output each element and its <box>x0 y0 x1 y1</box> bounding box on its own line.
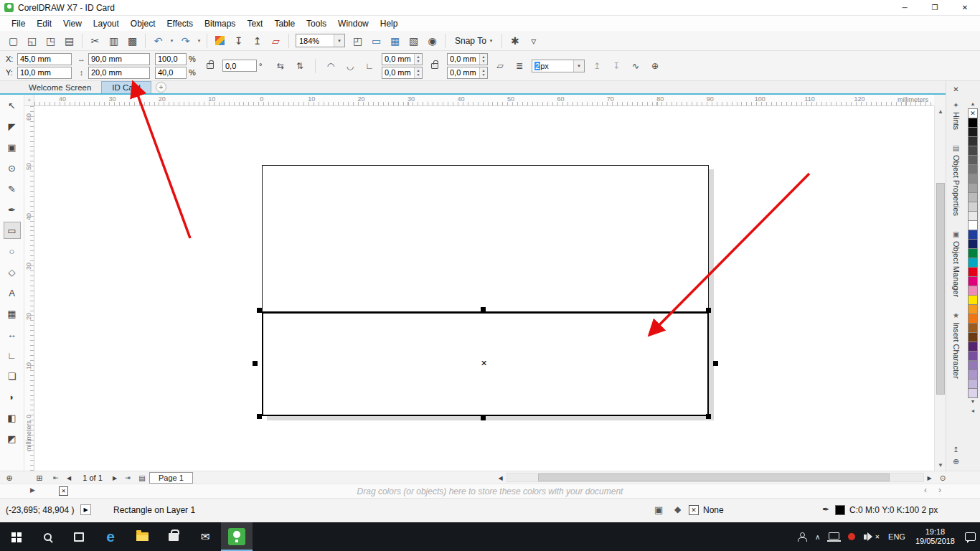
redo-dropdown-arrow[interactable]: ▾ <box>195 32 203 50</box>
tab-welcome-screen[interactable]: Welcome Screen <box>19 81 101 93</box>
corner-zoom-button[interactable]: ⊙ <box>937 471 948 484</box>
minimize-button[interactable]: ─ <box>890 0 920 16</box>
status-play-button[interactable]: ▶ <box>80 504 91 515</box>
quick-customize-button[interactable]: ⊕ <box>648 59 662 73</box>
palette-color-swatch[interactable] <box>968 332 978 342</box>
palette-color-swatch[interactable] <box>968 342 978 352</box>
menu-edit[interactable]: Edit <box>31 17 57 30</box>
tray-device-button[interactable] <box>824 522 844 551</box>
export-button[interactable]: ↥ <box>248 32 266 50</box>
palette-color-swatch[interactable] <box>968 267 978 277</box>
tray-overflow-chevron[interactable]: ∧ <box>811 522 824 551</box>
text-tool[interactable]: A <box>4 284 21 301</box>
show-grid-button[interactable]: ▦ <box>386 32 404 50</box>
eyedropper-tool[interactable]: ◗ <box>4 388 21 405</box>
outline-color-swatch[interactable] <box>835 505 845 515</box>
menu-effects[interactable]: Effects <box>161 17 199 30</box>
taskbar-clock[interactable]: 19:18 19/05/2018 <box>910 527 961 546</box>
palette-scroll-up-button[interactable]: ▲ <box>971 100 976 108</box>
selection-center-marker[interactable]: ✕ <box>481 359 487 368</box>
drop-shadow-tool[interactable]: ❏ <box>4 367 21 385</box>
artistic-media-tool[interactable]: ✒ <box>4 201 21 218</box>
selection-handle-top-left[interactable] <box>257 308 262 313</box>
menu-help[interactable]: Help <box>374 17 404 30</box>
selection-handle-bottom-left[interactable] <box>257 414 262 419</box>
docker-quick-customize-button[interactable]: ⊕ <box>949 455 963 468</box>
spinner-arrows-icon[interactable] <box>414 54 422 65</box>
palette-color-swatch[interactable] <box>968 388 978 398</box>
palette-color-swatch[interactable] <box>968 174 978 184</box>
restore-button[interactable]: ❐ <box>920 0 950 16</box>
object-width-input[interactable] <box>88 53 150 65</box>
palette-color-swatch[interactable] <box>968 192 978 202</box>
palette-color-swatch[interactable] <box>968 211 978 221</box>
palette-color-swatch[interactable] <box>968 239 978 249</box>
x-position-input[interactable] <box>17 53 72 65</box>
shape-tool[interactable]: ◤ <box>4 118 21 135</box>
menu-tools[interactable]: Tools <box>301 17 332 30</box>
save-button[interactable]: ◳ <box>42 32 60 50</box>
to-front-button[interactable]: ↥ <box>590 59 604 73</box>
show-guidelines-button[interactable]: ▧ <box>405 32 423 50</box>
palette-color-swatch[interactable] <box>968 314 978 324</box>
connector-tool[interactable]: ∟ <box>4 347 21 364</box>
copy-button[interactable]: ▥ <box>105 32 123 50</box>
start-button[interactable] <box>0 522 32 551</box>
docker-tab-insert-character[interactable]: ★ Insert Character <box>952 311 961 379</box>
selection-handle-middle-left[interactable] <box>253 361 258 366</box>
color-dock-next-arrow[interactable]: › <box>938 485 941 495</box>
zoom-tool[interactable]: ⊙ <box>4 159 21 176</box>
palette-color-swatch[interactable] <box>968 183 978 193</box>
zoom-dropdown-arrow[interactable]: ▾ <box>334 34 344 47</box>
palette-color-swatch[interactable] <box>968 379 978 389</box>
drawing-canvas[interactable]: ✕ <box>34 106 934 471</box>
y-position-input[interactable] <box>17 67 72 79</box>
tray-notification-badge[interactable] <box>844 522 859 551</box>
docker-tab-object-properties[interactable]: ▤ Object Properties <box>952 144 961 216</box>
corner-radius-top-right-input[interactable] <box>448 54 479 65</box>
language-indicator[interactable]: ENG <box>884 522 910 551</box>
taskbar-edge-button[interactable]: e <box>95 522 126 551</box>
palette-color-swatch[interactable] <box>968 351 978 361</box>
selection-handle-bottom-center[interactable] <box>481 415 486 420</box>
close-button[interactable]: ✕ <box>950 0 980 16</box>
palette-color-swatch[interactable] <box>968 146 978 156</box>
palette-color-swatch[interactable] <box>968 164 978 174</box>
palette-color-swatch[interactable] <box>968 202 978 212</box>
mirror-horizontal-button[interactable]: ⇆ <box>273 59 288 73</box>
outline-width-dropdown-arrow[interactable]: ▾ <box>573 60 584 72</box>
first-page-button[interactable]: ⇤ <box>50 471 62 484</box>
palette-color-swatch[interactable] <box>968 286 978 296</box>
scalloped-corner-button[interactable]: ◡ <box>343 59 357 73</box>
spinner-arrows-icon[interactable] <box>414 67 422 78</box>
palette-no-color-swatch[interactable]: ✕ <box>968 108 978 118</box>
rotation-angle-input[interactable] <box>222 60 257 72</box>
zoom-level-input[interactable] <box>296 34 334 47</box>
spinner-arrows-icon[interactable] <box>479 54 487 65</box>
menu-window[interactable]: Window <box>332 17 374 30</box>
palette-color-swatch[interactable] <box>968 276 978 286</box>
scale-height-input[interactable] <box>155 67 187 79</box>
tab-id-card[interactable]: ID Card <box>101 81 151 93</box>
scale-width-input[interactable] <box>155 53 187 65</box>
selection-handle-top-center[interactable] <box>481 307 486 312</box>
docker-tab-object-manager[interactable]: ▣ Object Manager <box>952 230 961 297</box>
menu-object[interactable]: Object <box>125 17 161 30</box>
proof-colors-icon[interactable]: ▣ <box>654 504 663 515</box>
table-tool[interactable]: ▦ <box>4 305 21 322</box>
object-height-input[interactable] <box>88 67 150 79</box>
lock-ratio-button[interactable] <box>203 59 217 73</box>
selection-handle-top-right[interactable] <box>706 308 711 313</box>
taskbar-store-button[interactable] <box>158 522 189 551</box>
preview-mode-button[interactable]: ◉ <box>423 32 441 50</box>
redo-button[interactable]: ↷ <box>176 32 194 50</box>
dimension-tool[interactable]: ↔ <box>4 326 21 343</box>
last-page-button[interactable]: ⇥ <box>122 471 133 484</box>
color-dock-empty-swatch[interactable]: ✕ <box>59 486 68 496</box>
application-launcher-button[interactable]: ▿ <box>524 32 542 50</box>
ruler-origin-button[interactable]: + <box>24 95 34 106</box>
corner-radius-bottom-left-input[interactable] <box>382 67 414 78</box>
fill-none-swatch[interactable]: ✕ <box>689 505 699 515</box>
fullscreen-preview-button[interactable]: ◰ <box>349 32 367 50</box>
toolbox-customize-button[interactable]: ⊕ <box>3 471 16 484</box>
